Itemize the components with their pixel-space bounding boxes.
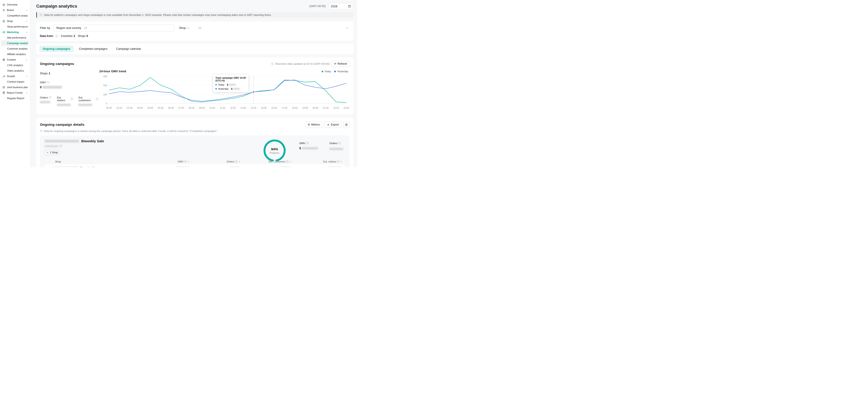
sidebar-item-marketing[interactable]: Marketing	[1, 29, 29, 35]
details-note-text: Data for ongoing campaigns is shown duri…	[44, 129, 218, 133]
sidebar-item-label: Video analytics	[7, 69, 28, 72]
currency-symbol: $	[227, 83, 228, 86]
progress-ring: 94% Progress	[262, 139, 286, 163]
year-select[interactable]: 2026	[329, 3, 353, 9]
column-label: GMV	[178, 160, 183, 163]
sidebar-item-live-analytics[interactable]: LIVE analytics	[1, 62, 29, 68]
sidebar-item-video-analytics[interactable]: Video analytics	[1, 68, 29, 74]
info-icon: ⓘ	[40, 130, 42, 133]
sidebar-item-joint-business-plan[interactable]: Joint business plan	[1, 84, 29, 90]
refresh-button[interactable]: ⟳ Refresh	[332, 61, 349, 67]
today-dot-icon	[321, 71, 323, 72]
secondary-stats: Ordersⓘ Est. visitorsⓘ Est. customersⓘ	[40, 96, 98, 107]
sidebar-item-competitive-analysis[interactable]: Competitive analysis	[1, 13, 29, 18]
details-header-buttons: ⚙ Metrics Export	[305, 121, 349, 128]
est-visitors-label: Est. visitors	[57, 96, 69, 102]
export-button[interactable]: Export	[324, 121, 341, 128]
details-note: ⓘ Data for ongoing campaigns is shown du…	[40, 129, 349, 133]
chevron-up-icon	[26, 31, 28, 33]
sidebar-item-label: Joint business plan	[7, 86, 28, 89]
shop-count-toggle[interactable]: 1 Shop	[44, 150, 60, 155]
sidebar-item-regular-report[interactable]: Regular Report	[1, 95, 29, 101]
sidebar-item-brand[interactable]: Brand	[1, 7, 29, 13]
sidebar-item-content[interactable]: Content	[1, 57, 29, 62]
svg-text:07:00: 07:00	[179, 107, 184, 109]
orders-stat: Ordersⓘ	[40, 96, 51, 107]
redacted-value	[233, 88, 240, 90]
yesterday-dot-icon	[215, 88, 217, 89]
sidebar-item-shop-performance[interactable]: Shop performance	[1, 24, 29, 29]
chevron-up-icon	[26, 20, 28, 22]
info-icon: ⓘ	[60, 145, 62, 147]
shop-cell: Biweekly Sale	[44, 166, 141, 167]
sort-icon[interactable]: ▲▼	[188, 161, 189, 163]
info-icon: ⓘ	[49, 96, 51, 99]
currency-symbol: $	[40, 85, 41, 89]
download-icon	[327, 123, 330, 126]
export-history-button[interactable]	[343, 121, 349, 128]
info-icon: ⓘ	[306, 142, 309, 145]
ongoing-header-right: ⓘ Real-time data updated at 22:01 (GMT+0…	[271, 61, 349, 67]
column-header-orders[interactable]: Ordersⓘ▲▼	[192, 160, 243, 163]
region-country-filter[interactable]: Region and country All	[53, 25, 174, 31]
svg-text:04:00: 04:00	[148, 107, 153, 109]
table-row[interactable]: Biweekly Sale	[44, 164, 345, 167]
tooltip-today-label: Today	[218, 83, 224, 86]
sidebar-item-campaign-analytics[interactable]: Campaign analytics	[1, 40, 29, 46]
svg-text:06:00: 06:00	[168, 107, 174, 109]
chart-tooltip: Total campaign GMV 14:00 (UTC+0) Today $…	[213, 75, 248, 92]
svg-text:09:00: 09:00	[199, 107, 205, 109]
progress-text: 94% Progress	[262, 139, 286, 163]
sidebar-item-label: Shop	[7, 20, 24, 23]
sidebar-item-report-center[interactable]: Report Center	[1, 90, 29, 95]
chart-legend: TodayYesterday	[321, 70, 348, 73]
gmv-summary: GMV ⓘ $	[40, 81, 98, 89]
shop-filter[interactable]: Shop All	[178, 25, 349, 31]
legend-item-today[interactable]: Today	[321, 70, 331, 73]
calendar-icon	[348, 5, 351, 8]
shop-icon	[2, 20, 5, 23]
data-from-row: Data from: ⓘ Countries3 Shops5	[40, 34, 349, 38]
shops-count: Shops5	[78, 34, 88, 38]
redacted-campaign-name	[44, 140, 79, 143]
metrics-button[interactable]: ⚙ Metrics	[305, 121, 322, 128]
sidebar-item-affiliate-analytics[interactable]: Affiliate analytics	[1, 51, 29, 57]
campaign-orders-label: Orders	[330, 142, 337, 145]
redacted-value	[40, 101, 50, 103]
sidebar: OverviewBrandCompetitive analysisShopSho…	[0, 0, 30, 167]
est-customers-stat: Est. customersⓘ	[79, 96, 98, 107]
sidebar-item-shop[interactable]: Shop	[1, 18, 29, 24]
info-icon: ⓘ	[184, 161, 187, 163]
chevron-down-icon	[187, 27, 189, 29]
sidebar-item-ads-performance[interactable]: Ads performance	[1, 35, 29, 40]
column-header-gmv[interactable]: GMVⓘ▲▼	[141, 160, 192, 163]
row-campaign-name: Biweekly Sale	[80, 166, 97, 167]
brand-icon	[2, 8, 5, 12]
sidebar-item-label: Campaign analytics	[7, 42, 28, 45]
content-icon	[2, 58, 5, 61]
info-icon: ⓘ	[235, 161, 238, 163]
svg-text:22:00: 22:00	[333, 107, 339, 109]
sidebar-item-customer-analytics[interactable]: Customer analytics	[1, 46, 29, 51]
scrollbar[interactable]	[357, 0, 360, 167]
sidebar-item-growth[interactable]: Growth	[1, 74, 29, 79]
shops-summary-label: Shops	[40, 72, 48, 75]
sort-icon[interactable]: ▲▼	[239, 161, 240, 163]
tab-campaign-calendar[interactable]: Campaign calendar	[113, 46, 144, 52]
currency-symbol: $	[299, 146, 301, 150]
tab-completed-campaigns[interactable]: Completed campaigns	[76, 46, 111, 52]
info-icon: ⓘ	[40, 14, 42, 16]
svg-text:20:00: 20:00	[312, 107, 318, 109]
sidebar-item-overview[interactable]: Overview	[1, 2, 29, 7]
svg-text:10:00: 10:00	[209, 107, 215, 109]
legend-item-yesterday[interactable]: Yesterday	[334, 70, 348, 73]
svg-text:11:00: 11:00	[220, 107, 225, 109]
tab-ongoing-campaigns[interactable]: Ongoing campaigns	[39, 46, 73, 52]
sidebar-item-content-impact[interactable]: Content Impact	[1, 79, 29, 84]
est-visitors-stat: Est. visitorsⓘ	[57, 96, 73, 107]
gmv-label: GMV	[40, 81, 46, 84]
sidebar-item-label: Competitive analysis	[7, 14, 28, 17]
joint-business-plan-icon	[2, 86, 5, 89]
year-value: 2026	[331, 5, 337, 8]
svg-text:15:00: 15:00	[261, 107, 267, 109]
